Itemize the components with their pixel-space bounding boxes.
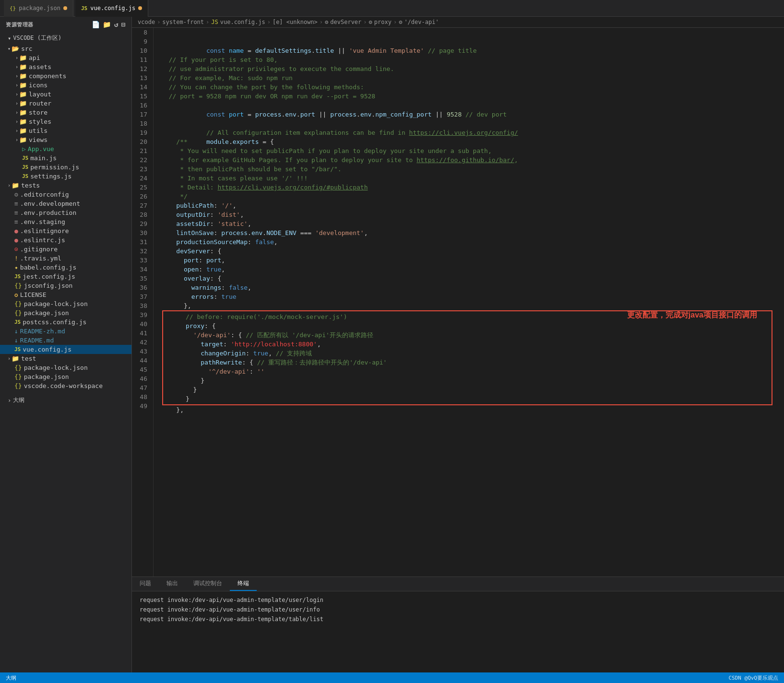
outline-label: 大纲: [13, 396, 24, 404]
workspace-arrow: ▾: [8, 35, 11, 42]
tree-item-label: test: [21, 355, 36, 362]
tree-item-eslintrc[interactable]: ● .eslintrc.js: [0, 236, 131, 245]
tab-debug-console[interactable]: 调试控制台: [186, 577, 230, 591]
code-line-31: productionSourceMap: false,: [161, 237, 776, 247]
tree-item-app-vue[interactable]: ▷ App.vue: [0, 144, 131, 153]
tree-item-test[interactable]: › 📁 test: [0, 354, 131, 363]
tab-vue-config[interactable]: JS vue.config.js: [75, 0, 148, 17]
tree-item-router[interactable]: › 📁 router: [0, 99, 131, 108]
tree-item-store[interactable]: › 📁 store: [0, 108, 131, 117]
tree-item-label: assets: [29, 63, 51, 71]
tree-item-label: LICENSE: [20, 291, 47, 298]
tree-item-env-dev[interactable]: ≡ .env.development: [0, 199, 131, 208]
tree-item-api[interactable]: › 📁 api: [0, 53, 131, 62]
tree-item-travis[interactable]: ! .travis.yml: [0, 254, 131, 263]
json-icon: {}: [14, 309, 22, 317]
tree-item-components[interactable]: › 📁 components: [0, 71, 131, 81]
tree-item-permission-js[interactable]: JS permission.js: [0, 163, 131, 172]
code-line-27: publicPath: '/',: [161, 201, 776, 210]
vue-icon: ▷: [22, 145, 26, 153]
tree-item-pkg-json-2[interactable]: {} package.json: [0, 372, 131, 381]
tree-item-label: package-lock.json: [24, 300, 88, 307]
tree-item-styles[interactable]: › 📁 styles: [0, 117, 131, 126]
tree-item-icons[interactable]: › 📁 icons: [0, 81, 131, 90]
tab-modified-dot: [63, 6, 67, 10]
highlighted-code-section: // before: require('./mock/mock-server.j…: [162, 310, 772, 405]
env-icon: ≡: [14, 218, 18, 225]
arrow-icon: ›: [15, 73, 18, 79]
tree-item-label: main.js: [30, 154, 57, 162]
tree-item-vue-config-active[interactable]: JS vue.config.js: [0, 345, 131, 354]
tree-item-label: README-zh.md: [20, 328, 65, 335]
tree-item-utils[interactable]: › 📁 utils: [0, 126, 131, 135]
code-line-48: }: [163, 394, 772, 403]
tab-problems[interactable]: 问题: [132, 577, 159, 591]
tree-item-label: styles: [29, 118, 51, 125]
tree-item-label: babel.config.js: [20, 264, 76, 271]
tree-item-babel[interactable]: ✦ babel.config.js: [0, 263, 131, 272]
code-line-11: // If your port is set to 80,: [161, 55, 776, 64]
tree-item-env-staging[interactable]: ≡ .env.staging: [0, 217, 131, 226]
js-icon: JS: [22, 164, 28, 170]
tree-item-tests[interactable]: › 📁 tests: [0, 181, 131, 190]
tree-item-jsconfig[interactable]: {} jsconfig.json: [0, 281, 131, 290]
tree-item-views[interactable]: › 📁 views: [0, 135, 131, 144]
code-line-41: '/dev-api': { // 匹配所有以 '/dev-api'开头的请求路径: [163, 330, 772, 340]
tree-item-label: layout: [29, 91, 51, 98]
new-file-icon[interactable]: 📄: [92, 21, 100, 28]
tree-item-src[interactable]: ▾ 📂 src: [0, 44, 131, 53]
arrow-icon: ▾: [8, 46, 11, 51]
code-line-35: overlay: {: [161, 274, 776, 283]
md-icon: ↓: [14, 328, 18, 335]
code-line-16: const port = process.env.port || process…: [161, 101, 776, 110]
breadcrumb: vcode › system-front › JS vue.config.js …: [132, 17, 784, 28]
tree-item-assets[interactable]: › 📁 assets: [0, 62, 131, 71]
tree-item-label: vscode.code-workspace: [24, 382, 103, 389]
tab-terminal[interactable]: 终端: [230, 577, 257, 591]
tree-item-label: README.md: [20, 337, 54, 344]
tree-item-eslintignore[interactable]: ● .eslintignore: [0, 226, 131, 236]
code-editor[interactable]: 89101112 1314151617 1819202122 232425262…: [132, 28, 784, 577]
tree-item-pkg-lock[interactable]: {} package-lock.json: [0, 299, 131, 308]
tree-item-label: components: [29, 72, 66, 80]
tree-item-pkg-json[interactable]: {} package.json: [0, 308, 131, 318]
tab-modified-dot-2: [138, 6, 142, 10]
tree-item-gitignore[interactable]: ⊙ .gitignore: [0, 245, 131, 254]
license-icon: ✪: [14, 291, 18, 298]
tab-output-label: 输出: [166, 579, 178, 588]
tree-item-readme[interactable]: ↓ README.md: [0, 336, 131, 345]
tab-problems-label: 问题: [140, 579, 151, 588]
tree-item-jest[interactable]: JS jest.config.js: [0, 272, 131, 281]
tree-item-postcss[interactable]: JS postcss.config.js: [0, 318, 131, 327]
tree-item-readme-zh[interactable]: ↓ README-zh.md: [0, 327, 131, 336]
tree-item-label: store: [29, 109, 48, 116]
arrow-icon: ›: [15, 119, 18, 124]
tree-item-env-prod[interactable]: ≡ .env.production: [0, 208, 131, 217]
tree-item-pkg-lock-2[interactable]: {} package-lock.json: [0, 363, 131, 372]
tree-item-editorconfig[interactable]: ⚙ .editorconfig: [0, 190, 131, 199]
code-line-46: }: [163, 376, 772, 385]
tree-item-license[interactable]: ✪ LICENSE: [0, 290, 131, 299]
collapse-icon[interactable]: ⊟: [121, 21, 126, 28]
tree-item-main-js[interactable]: JS main.js: [0, 153, 131, 163]
refresh-icon[interactable]: ↺: [114, 21, 119, 28]
arrow-icon: ›: [8, 356, 11, 361]
arrow-icon: ›: [15, 101, 18, 106]
tree-item-vscode-workspace[interactable]: {} vscode.code-workspace: [0, 381, 131, 390]
new-folder-icon[interactable]: 📁: [103, 21, 111, 28]
breadcrumb-icon-prop2: ⚙: [369, 19, 372, 25]
breadcrumb-devserver: devServer: [330, 19, 361, 25]
tab-package-json[interactable]: {} package.json: [4, 0, 73, 17]
workspace-section[interactable]: ▾ VSCODE (工作区): [0, 32, 131, 44]
editor-area: vcode › system-front › JS vue.config.js …: [132, 17, 784, 672]
breadcrumb-devapi: '/dev-api': [404, 19, 439, 25]
outline-section[interactable]: › 大纲: [0, 394, 131, 406]
main-layout: 资源管理器 📄 📁 ↺ ⊟ ▾ VSCODE (工作区) ▾ 📂 src › 📁…: [0, 17, 784, 672]
tree-item-settings-js[interactable]: JS settings.js: [0, 172, 131, 181]
tab-output[interactable]: 输出: [159, 577, 186, 591]
tree-item-label: .env.production: [20, 209, 76, 216]
code-line-33: port: port,: [161, 256, 776, 265]
breadcrumb-icon-prop3: ⚙: [399, 19, 402, 25]
tree-item-layout[interactable]: › 📁 layout: [0, 90, 131, 99]
workspace-title: VSCODE (工作区): [13, 34, 61, 42]
